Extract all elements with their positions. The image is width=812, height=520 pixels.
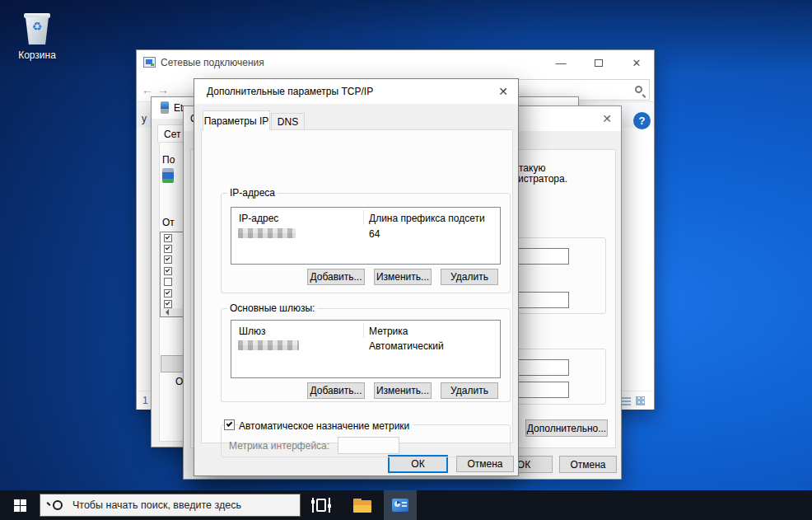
checked-checkbox-icon[interactable] (164, 245, 172, 253)
ok-button[interactable]: ОК (388, 455, 448, 473)
gateways-group-label: Основные шлюзы: (227, 303, 317, 313)
search-icon (53, 500, 63, 510)
thumbnail-view-toggle-icon[interactable] (636, 396, 645, 405)
statusbar-item-count-fragment: 1 (142, 395, 148, 406)
description-label-fragment: О (175, 376, 183, 387)
list-view-toggle-icon[interactable] (622, 396, 631, 405)
forward-button[interactable]: → (157, 83, 169, 96)
cancel-button[interactable]: Отмена (559, 456, 617, 473)
auto-metric-checkbox[interactable] (224, 419, 235, 430)
column-divider[interactable] (363, 210, 364, 225)
dialog-title-fragment: Et (174, 102, 183, 114)
network-app-icon (392, 499, 408, 512)
column-header-prefix[interactable]: Длина префикса подсети (369, 213, 485, 224)
checked-checkbox-icon[interactable] (164, 267, 172, 275)
masked-gateway-value (238, 340, 299, 350)
prefix-length-value: 64 (369, 228, 380, 240)
taskbar: Чтобы начать поиск, введите здесь ENG 5:… (0, 490, 812, 520)
column-header-ip[interactable]: IP-адрес (239, 213, 278, 224)
checked-checkbox-icon[interactable] (164, 300, 172, 308)
gateway-metric-value: Автоматический (369, 340, 444, 352)
network-connections-icon (143, 57, 156, 68)
edit-ip-button[interactable]: Изменить... (374, 269, 432, 285)
maximize-icon (595, 59, 603, 67)
help-icon[interactable]: ? (633, 112, 651, 129)
toolbar-text-fragment[interactable]: у (142, 113, 147, 124)
dialog-titlebar[interactable]: Дополнительные параметры TCP/IP ✕ (194, 79, 518, 104)
column-divider[interactable] (363, 323, 364, 338)
dialog-title: Дополнительные параметры TCP/IP (207, 86, 373, 97)
tab-page: IP-адреса IP-адрес Длина префикса подсет… (201, 129, 513, 443)
checked-checkbox-icon[interactable] (164, 255, 172, 264)
gateways-list[interactable]: Шлюз Метрика Автоматический (231, 320, 501, 378)
scroll-left-icon[interactable] (162, 309, 169, 316)
description-text-fragment-line1: такую (519, 162, 545, 174)
column-header-gateway[interactable]: Шлюз (239, 326, 266, 337)
file-explorer-button[interactable] (346, 490, 379, 520)
back-button[interactable]: ← (142, 83, 153, 96)
close-icon[interactable]: ✕ (492, 82, 514, 101)
edit-gateway-button[interactable]: Изменить... (374, 382, 432, 399)
remove-ip-button[interactable]: Удалить (441, 269, 498, 285)
advanced-button[interactable]: Дополнительно... (525, 419, 608, 437)
remove-gateway-button[interactable]: Удалить (441, 382, 498, 399)
checked-checkbox-icon[interactable] (164, 234, 172, 242)
unchecked-checkbox-icon[interactable] (164, 278, 172, 286)
close-button[interactable]: ✕ (618, 50, 656, 75)
ip-addresses-list[interactable]: IP-адрес Длина префикса подсети 64 (231, 207, 501, 265)
network-adapter-icon (161, 101, 169, 114)
add-ip-button[interactable]: Добавить... (307, 269, 365, 285)
start-button[interactable] (0, 490, 40, 520)
recycle-bin-desktop-icon[interactable]: ♻ Корзина (7, 7, 68, 64)
adapter-icon (162, 168, 174, 183)
tab-ip-settings[interactable]: Параметры IP (203, 110, 270, 130)
checked-checkbox-icon[interactable] (164, 289, 172, 297)
task-view-button[interactable] (305, 490, 338, 520)
recycle-bin-label: Корзина (7, 49, 68, 61)
desktop-background: ♻ Корзина Сетевые подключения — ✕ ← → у … (0, 0, 812, 520)
folder-icon (353, 499, 371, 513)
search-icon (635, 86, 642, 93)
ip-addresses-group-label: IP-адреса (227, 188, 278, 198)
window-title: Сетевые подключения (161, 57, 264, 68)
windows-logo-icon (14, 499, 26, 512)
masked-ip-value (238, 228, 296, 238)
description-text-fragment-line2: истратора. (518, 173, 567, 185)
window-titlebar[interactable]: Сетевые подключения — ✕ (137, 50, 654, 75)
minimize-button[interactable]: — (542, 50, 580, 75)
column-header-metric[interactable]: Метрика (369, 326, 408, 337)
interface-metric-label: Метрика интерфейса: (229, 440, 329, 452)
components-label-fragment: От (162, 217, 175, 228)
task-view-icon (312, 498, 330, 513)
close-icon[interactable]: ✕ (596, 110, 618, 128)
recycle-arrows-icon: ♻ (7, 20, 68, 33)
taskbar-search-box[interactable]: Чтобы начать поиск, введите здесь (40, 494, 301, 517)
auto-metric-label: Автоматическое назначение метрики (239, 420, 413, 432)
maximize-button[interactable] (580, 50, 618, 75)
cancel-button[interactable]: Отмена (456, 456, 514, 472)
add-gateway-button[interactable]: Добавить... (307, 382, 365, 399)
advanced-tcpip-dialog: Дополнительные параметры TCP/IP ✕ Параме… (194, 78, 519, 476)
connection-label-fragment: По (162, 154, 175, 166)
tab-dns[interactable]: DNS (271, 113, 305, 130)
interface-metric-input[interactable] (338, 437, 399, 454)
network-connections-taskbar-button[interactable] (384, 490, 417, 520)
search-placeholder: Чтобы начать поиск, введите здесь (72, 499, 241, 511)
check-icon (226, 420, 233, 427)
